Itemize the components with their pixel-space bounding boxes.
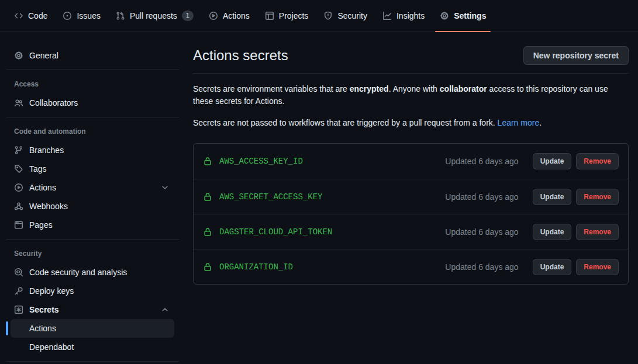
remove-secret-button[interactable]: Remove — [576, 153, 619, 169]
description-text: . Anyone with — [389, 84, 440, 93]
repo-nav: Code Issues Pull requests 1 Actions Proj… — [0, 0, 638, 32]
sidebar-item-label: Webhooks — [29, 202, 68, 211]
update-secret-button[interactable]: Update — [533, 259, 572, 275]
secret-row: AWS_SECRET_ACCESS_KEY Updated 6 days ago… — [194, 179, 628, 214]
sidebar-item-branches[interactable]: Branches — [5, 141, 179, 160]
sidebar-item-collaborators[interactable]: Collaborators — [5, 93, 179, 112]
sidebar-item-label: Deploy keys — [29, 286, 74, 296]
fork-note-text: Secrets are not passed to workflows that… — [193, 118, 495, 127]
secret-updated: Updated 6 days ago — [445, 192, 518, 202]
lock-icon — [203, 262, 212, 272]
secrets-description: Secrets are environment variables that a… — [193, 83, 629, 108]
nav-tab-label: Pull requests — [130, 11, 177, 20]
remove-secret-button[interactable]: Remove — [576, 224, 619, 240]
description-bold-encrypted: encrypted — [350, 84, 389, 93]
description-text: Secrets are environment variables that a… — [193, 84, 350, 93]
sidebar-item-webhooks[interactable]: Webhooks — [5, 197, 179, 216]
tag-icon — [14, 164, 23, 174]
secret-name: DAGSTER_CLOUD_API_TOKEN — [219, 227, 445, 237]
nav-tab-actions[interactable]: Actions — [204, 0, 254, 32]
people-icon — [14, 98, 23, 108]
sidebar-item-label: Actions — [29, 324, 56, 333]
nav-tab-label: Projects — [279, 11, 309, 20]
shield-icon — [323, 11, 333, 20]
lock-icon — [203, 192, 212, 202]
nav-tab-code[interactable]: Code — [9, 0, 52, 32]
sidebar-item-general[interactable]: General — [5, 46, 179, 65]
remove-secret-button[interactable]: Remove — [576, 259, 619, 275]
nav-tab-label: Settings — [454, 11, 486, 20]
sidebar-item-secrets[interactable]: Secrets — [5, 300, 179, 319]
settings-sidebar: General Access Collaborators Code and au… — [5, 46, 179, 364]
chevron-down-icon — [160, 183, 170, 192]
sidebar-section-code-automation: Code and automation — [5, 122, 179, 141]
secret-updated: Updated 6 days ago — [445, 262, 518, 272]
sidebar-item-label: Pages — [29, 220, 53, 230]
gear-icon — [440, 11, 449, 20]
sidebar-section-access: Access — [5, 75, 179, 93]
nav-tab-label: Insights — [396, 11, 425, 20]
sidebar-item-secrets-actions[interactable]: Actions — [11, 319, 174, 338]
nav-tab-projects[interactable]: Projects — [260, 0, 313, 32]
nav-tab-security[interactable]: Security — [319, 0, 372, 32]
secret-name: ORGANIZATION_ID — [219, 262, 445, 272]
page-title: Actions secrets — [193, 46, 288, 65]
sidebar-item-label: Actions — [29, 183, 56, 192]
sidebar-item-pages[interactable]: Pages — [5, 216, 179, 234]
sidebar-divider — [6, 117, 179, 117]
pr-count-badge: 1 — [182, 11, 194, 21]
git-pull-request-icon — [116, 11, 125, 20]
sidebar-item-label: Tags — [29, 164, 47, 174]
nav-tab-settings[interactable]: Settings — [435, 0, 491, 32]
play-icon — [14, 183, 23, 192]
nav-tab-issues[interactable]: Issues — [58, 0, 105, 32]
nav-tab-label: Security — [337, 11, 367, 20]
key-asterisk-icon — [14, 305, 23, 314]
nav-tab-label: Actions — [223, 11, 250, 20]
sidebar-divider — [6, 361, 179, 362]
fork-note: Secrets are not passed to workflows that… — [193, 117, 629, 129]
new-repository-secret-button[interactable]: New repository secret — [523, 46, 629, 65]
nav-tab-pull-requests[interactable]: Pull requests 1 — [111, 0, 198, 32]
secret-updated: Updated 6 days ago — [445, 157, 518, 166]
nav-tab-label: Code — [28, 11, 47, 20]
sidebar-item-label: Dependabot — [29, 342, 74, 352]
chevron-up-icon — [160, 305, 170, 314]
nav-tab-insights[interactable]: Insights — [378, 0, 429, 32]
lock-icon — [203, 157, 212, 166]
remove-secret-button[interactable]: Remove — [576, 189, 619, 205]
sidebar-divider — [6, 70, 179, 70]
sidebar-item-label: Secrets — [29, 305, 59, 314]
git-branch-icon — [14, 145, 23, 155]
sidebar-item-label: Code security and analysis — [29, 268, 127, 277]
table-icon — [265, 11, 274, 20]
sidebar-item-label: Branches — [29, 145, 64, 155]
secrets-list: AWS_ACCESS_KEY_ID Updated 6 days ago Upd… — [193, 143, 629, 285]
webhook-icon — [14, 202, 23, 211]
sidebar-item-actions[interactable]: Actions — [5, 178, 179, 197]
sidebar-divider — [6, 239, 179, 240]
update-secret-button[interactable]: Update — [533, 153, 572, 169]
play-icon — [209, 11, 218, 20]
update-secret-button[interactable]: Update — [533, 224, 572, 240]
description-bold-collaborator: collaborator — [440, 84, 487, 93]
secret-name: AWS_ACCESS_KEY_ID — [219, 157, 445, 166]
gear-icon — [14, 51, 23, 60]
actions-secrets-panel: Actions secrets New repository secret Se… — [179, 32, 638, 285]
sidebar-item-code-security[interactable]: Code security and analysis — [5, 263, 179, 282]
key-icon — [14, 286, 23, 296]
code-icon — [14, 11, 23, 20]
sidebar-item-secrets-dependabot[interactable]: Dependabot — [5, 338, 179, 356]
page-subhead: Actions secrets New repository secret — [193, 46, 629, 74]
sidebar-item-label: Collaborators — [29, 98, 78, 108]
sidebar-item-tags[interactable]: Tags — [5, 160, 179, 178]
nav-tab-label: Issues — [77, 11, 100, 20]
update-secret-button[interactable]: Update — [533, 189, 572, 205]
secret-row: AWS_ACCESS_KEY_ID Updated 6 days ago Upd… — [194, 144, 628, 179]
graph-icon — [382, 11, 392, 20]
secret-row: DAGSTER_CLOUD_API_TOKEN Updated 6 days a… — [194, 214, 628, 249]
secret-row: ORGANIZATION_ID Updated 6 days ago Updat… — [194, 249, 628, 284]
sidebar-item-deploy-keys[interactable]: Deploy keys — [5, 282, 179, 300]
fork-note-period: . — [539, 118, 542, 127]
learn-more-link[interactable]: Learn more — [498, 118, 540, 127]
